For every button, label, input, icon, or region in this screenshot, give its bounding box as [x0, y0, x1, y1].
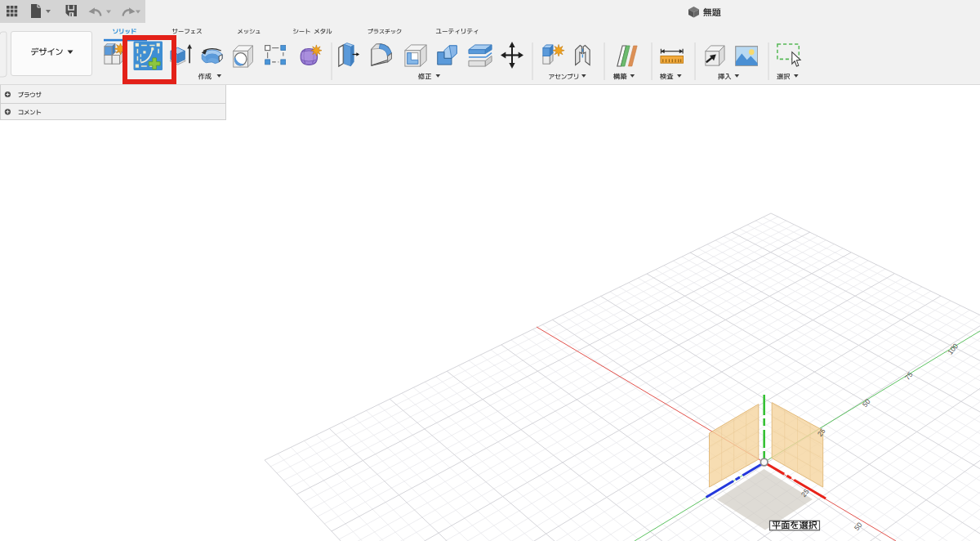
svg-text:50: 50 — [861, 397, 872, 409]
